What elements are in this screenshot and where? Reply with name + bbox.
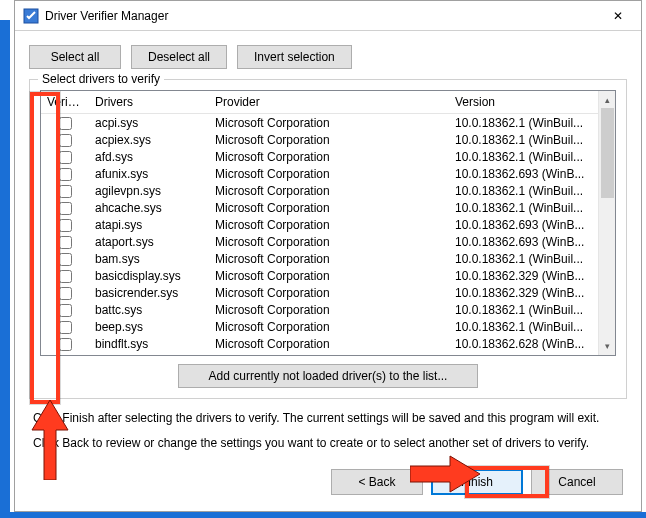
close-button[interactable]: ✕ — [595, 1, 641, 31]
column-version[interactable]: Version — [449, 91, 598, 113]
driver-provider: Microsoft Corporation — [209, 252, 449, 266]
driver-provider: Microsoft Corporation — [209, 286, 449, 300]
table-row[interactable]: afunix.sysMicrosoft Corporation10.0.1836… — [41, 165, 598, 182]
driver-version: 10.0.18362.1 (WinBuil... — [449, 116, 598, 130]
driver-provider: Microsoft Corporation — [209, 354, 449, 355]
driver-provider: Microsoft Corporation — [209, 184, 449, 198]
verify-checkbox[interactable] — [59, 185, 72, 198]
titlebar: Driver Verifier Manager ✕ — [15, 1, 641, 31]
driver-version: 10.0.18362.1 (WinBuil... — [449, 303, 598, 317]
driver-version: 10.0.18362.1 (WinBuil... — [449, 184, 598, 198]
close-icon: ✕ — [613, 9, 623, 23]
driver-version: 10.0.18362.329 (WinB... — [449, 269, 598, 283]
column-drivers[interactable]: Drivers — [89, 91, 209, 113]
desktop-edge — [0, 20, 10, 518]
groupbox-label: Select drivers to verify — [38, 72, 164, 86]
driver-name: atapi.sys — [89, 218, 209, 232]
driver-version: 10.0.18362.1 (WinBuil... — [449, 150, 598, 164]
verify-checkbox[interactable] — [59, 287, 72, 300]
table-row[interactable]: acpi.sysMicrosoft Corporation10.0.18362.… — [41, 114, 598, 131]
table-row[interactable]: acpiex.sysMicrosoft Corporation10.0.1836… — [41, 131, 598, 148]
instructions: Click Finish after selecting the drivers… — [15, 399, 641, 453]
cancel-button[interactable]: Cancel — [531, 469, 623, 495]
table-row[interactable]: beep.sysMicrosoft Corporation10.0.18362.… — [41, 318, 598, 335]
verify-checkbox[interactable] — [59, 253, 72, 266]
verify-checkbox[interactable] — [59, 168, 72, 181]
driver-version: 10.0.18362.1 (WinBuil... — [449, 201, 598, 215]
scroll-down-arrow-icon[interactable]: ▾ — [599, 338, 616, 355]
driver-version: 10.0.18362.1 (WinBuil... — [449, 320, 598, 334]
scroll-thumb[interactable] — [601, 108, 614, 198]
table-row[interactable]: battc.sysMicrosoft Corporation10.0.18362… — [41, 301, 598, 318]
instruction-finish: Click Finish after selecting the drivers… — [33, 409, 623, 428]
driver-name: afunix.sys — [89, 167, 209, 181]
driver-name: afd.sys — [89, 150, 209, 164]
driver-provider: Microsoft Corporation — [209, 167, 449, 181]
driver-version: 10.0.18362.693 (WinB... — [449, 235, 598, 249]
desktop-edge — [0, 512, 646, 518]
table-row[interactable]: bam.sysMicrosoft Corporation10.0.18362.1… — [41, 250, 598, 267]
vertical-scrollbar[interactable]: ▴ ▾ — [598, 91, 615, 355]
select-all-button[interactable]: Select all — [29, 45, 121, 69]
drivers-groupbox: Select drivers to verify Verify? Drivers… — [29, 79, 627, 399]
verify-checkbox[interactable] — [59, 151, 72, 164]
list-body[interactable]: acpi.sysMicrosoft Corporation10.0.18362.… — [41, 114, 598, 355]
driver-version: 10.0.18362.1 (WinBuil... — [449, 252, 598, 266]
driver-version: 10.0.18362.693 (WinB... — [449, 218, 598, 232]
verify-checkbox[interactable] — [59, 236, 72, 249]
scroll-up-arrow-icon[interactable]: ▴ — [599, 91, 616, 108]
footer-buttons: < Back Finish Cancel — [15, 453, 641, 511]
driver-name: basicrender.sys — [89, 286, 209, 300]
finish-button[interactable]: Finish — [431, 469, 523, 495]
table-row[interactable]: basicrender.sysMicrosoft Corporation10.0… — [41, 284, 598, 301]
table-row[interactable]: atapi.sysMicrosoft Corporation10.0.18362… — [41, 216, 598, 233]
column-verify[interactable]: Verify? — [41, 91, 89, 113]
table-row[interactable]: basicdisplay.sysMicrosoft Corporation10.… — [41, 267, 598, 284]
driver-provider: Microsoft Corporation — [209, 235, 449, 249]
driver-provider: Microsoft Corporation — [209, 303, 449, 317]
driver-name: ataport.sys — [89, 235, 209, 249]
instruction-back: Click Back to review or change the setti… — [33, 434, 623, 453]
table-row[interactable]: ahcache.sysMicrosoft Corporation10.0.183… — [41, 199, 598, 216]
verify-checkbox[interactable] — [59, 270, 72, 283]
table-row[interactable]: ataport.sysMicrosoft Corporation10.0.183… — [41, 233, 598, 250]
driver-provider: Microsoft Corporation — [209, 150, 449, 164]
invert-selection-button[interactable]: Invert selection — [237, 45, 352, 69]
driver-version: 10.0.18362.628 (WinB... — [449, 337, 598, 351]
verify-checkbox[interactable] — [59, 321, 72, 334]
verify-checkbox[interactable] — [59, 219, 72, 232]
driver-version: 10.0.18362.1 (WinBuil... — [449, 133, 598, 147]
back-button[interactable]: < Back — [331, 469, 423, 495]
driver-name: battc.sys — [89, 303, 209, 317]
driver-list: Verify? Drivers Provider Version acpi.sy… — [40, 90, 616, 356]
driver-name: agilevpn.sys — [89, 184, 209, 198]
driver-name: ahcache.sys — [89, 201, 209, 215]
deselect-all-button[interactable]: Deselect all — [131, 45, 227, 69]
dialog-window: Driver Verifier Manager ✕ Select all Des… — [14, 0, 642, 512]
table-row[interactable]: agilevpn.sysMicrosoft Corporation10.0.18… — [41, 182, 598, 199]
driver-name: acpi.sys — [89, 116, 209, 130]
driver-name: bam.sys — [89, 252, 209, 266]
table-row[interactable]: afd.sysMicrosoft Corporation10.0.18362.1… — [41, 148, 598, 165]
window-title: Driver Verifier Manager — [45, 9, 168, 23]
table-row[interactable]: bootvid.dllMicrosoft Corporation10.0.183… — [41, 352, 598, 355]
verify-checkbox[interactable] — [59, 202, 72, 215]
column-provider[interactable]: Provider — [209, 91, 449, 113]
verify-checkbox[interactable] — [59, 117, 72, 130]
driver-name: bindflt.sys — [89, 337, 209, 351]
driver-name: acpiex.sys — [89, 133, 209, 147]
driver-version: 10.0.18362.693 (WinB... — [449, 167, 598, 181]
verify-checkbox[interactable] — [59, 134, 72, 147]
add-unloaded-drivers-button[interactable]: Add currently not loaded driver(s) to th… — [178, 364, 478, 388]
driver-provider: Microsoft Corporation — [209, 116, 449, 130]
driver-version: 10.0.18362.329 (WinB... — [449, 286, 598, 300]
driver-provider: Microsoft Corporation — [209, 218, 449, 232]
verify-checkbox[interactable] — [59, 338, 72, 351]
app-icon — [23, 8, 39, 24]
driver-provider: Microsoft Corporation — [209, 320, 449, 334]
driver-provider: Microsoft Corporation — [209, 269, 449, 283]
driver-name: basicdisplay.sys — [89, 269, 209, 283]
driver-provider: Microsoft Corporation — [209, 337, 449, 351]
verify-checkbox[interactable] — [59, 304, 72, 317]
table-row[interactable]: bindflt.sysMicrosoft Corporation10.0.183… — [41, 335, 598, 352]
